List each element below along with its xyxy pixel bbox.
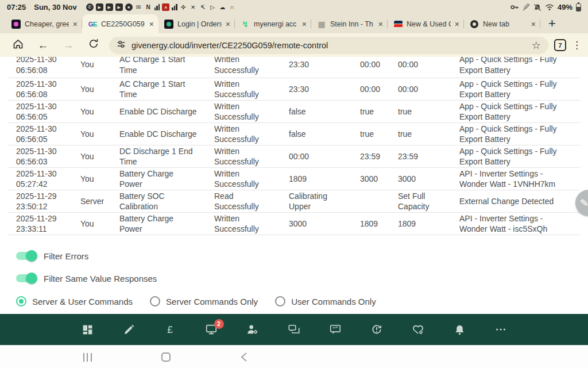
home-icon[interactable] — [8, 38, 28, 53]
edit-icon[interactable] — [122, 323, 136, 336]
cell-previous-value: 23:59 — [360, 151, 398, 162]
chat-icon[interactable] — [288, 323, 301, 336]
bookmark-star-icon[interactable]: ☆ — [532, 39, 541, 52]
cell-new-value: 00:00 — [398, 84, 459, 95]
battery-percent: 49% — [558, 3, 572, 12]
radio-user-commands-only[interactable]: User Commands Only — [275, 296, 376, 306]
devices-icon[interactable]: 2 — [205, 323, 218, 336]
back-button[interactable] — [237, 346, 252, 368]
feedback-icon[interactable]: “” — [329, 323, 342, 336]
pencil-off-icon — [523, 3, 530, 11]
filter-same-value-toggle[interactable] — [16, 274, 36, 282]
radio-icon[interactable] — [150, 296, 160, 306]
reload-icon[interactable] — [84, 38, 103, 52]
cell-timestamp: 2025-11-2923:33:11 — [16, 213, 80, 235]
cell-source: App - Quick Settings - Fully Export Batt… — [459, 57, 580, 75]
back-icon[interactable]: ← — [33, 39, 53, 52]
cell-status: Written Successfully — [214, 57, 289, 75]
radio-server-commands-only[interactable]: Server Commands Only — [150, 296, 258, 306]
cell-previous-value: 00:00 — [360, 84, 398, 95]
recents-button[interactable] — [77, 346, 98, 368]
notifications-icon[interactable] — [453, 323, 466, 336]
more-icon[interactable] — [494, 323, 508, 336]
sync-alert-icon[interactable] — [370, 323, 384, 336]
table-row: 2025-11-3006:56:08YouAC Charge 1 Start T… — [8, 57, 580, 78]
cell-source: External Change Detected — [459, 196, 580, 207]
tab-myenergi[interactable]: ↯ myenergi acc × — [235, 14, 311, 33]
table-row: 2025-11-3005:27:42YouBattery Charge Powe… — [8, 168, 580, 190]
cell-user: You — [80, 84, 119, 95]
tab-new-used-cars[interactable]: New & Used C × — [388, 14, 464, 33]
table-row: 2025-11-3006:56:03YouDC Discharge 1 End … — [8, 145, 580, 168]
cell-timestamp: 2025-11-3006:56:05 — [16, 124, 80, 145]
gmail-icon: ✉ — [135, 3, 142, 11]
status-date: Sun, 30 Nov — [34, 3, 76, 12]
android-nav-bar — [0, 345, 588, 368]
tab-cheaper-greener[interactable]: Cheaper, gree × — [6, 14, 82, 33]
cell-new-value: 23:59 — [398, 151, 459, 162]
cell-value: 00:00 — [289, 151, 360, 162]
home-button[interactable] — [157, 346, 175, 368]
new-tab-button[interactable]: + — [548, 16, 556, 32]
tab-login-orders[interactable]: Login | Orders × — [158, 14, 235, 33]
close-icon[interactable]: × — [226, 20, 230, 28]
building-favicon: ▦ — [317, 20, 326, 29]
cell-timestamp: 2025-11-3006:56:03 — [16, 146, 80, 167]
health-gear-icon[interactable] — [412, 323, 425, 336]
netflix-icon: N — [145, 3, 152, 11]
browser-menu-icon[interactable]: ⋮ — [572, 39, 580, 51]
cell-setting: Enable DC Discharge — [119, 106, 214, 117]
youtube-icon: ▶ — [106, 3, 113, 11]
table-row: 2025-11-2923:50:12ServerBattery SOC Cali… — [8, 190, 580, 213]
cell-value: Calibrating Upper — [289, 191, 360, 212]
flag-favicon — [393, 20, 403, 29]
cell-new-value: 1809 — [398, 218, 459, 229]
cell-previous-value: true — [360, 129, 398, 140]
tab-new-tab[interactable]: New tab × — [464, 14, 540, 33]
whatsapp-icon: ✆ — [86, 3, 94, 11]
cell-user: You — [80, 174, 119, 185]
radio-selected-icon[interactable] — [16, 296, 26, 306]
browser-toolbar: ← → givenergy.cloud/inverter/CE2250G059/… — [0, 33, 588, 57]
cell-setting: Enable DC Discharge — [119, 129, 214, 140]
radio-server-user-commands[interactable]: Server & User Commands — [16, 296, 133, 306]
youtube-icon: ▶ — [96, 3, 103, 11]
tab-stein-inn[interactable]: ▦ Stein Inn - Th × — [311, 14, 388, 33]
red-app-icon: A — [162, 3, 169, 11]
clock: 07:25 — [7, 3, 26, 12]
close-icon[interactable]: × — [73, 20, 78, 28]
signal-icon — [154, 4, 160, 10]
close-icon[interactable]: × — [378, 20, 383, 28]
cell-user: You — [80, 106, 119, 117]
cell-source: API - Inverter Settings - Wonder Watt - … — [459, 213, 580, 235]
dashboard-icon[interactable] — [81, 323, 94, 336]
settings-log-table: 2025-11-3006:56:08YouAC Charge 1 Start T… — [8, 57, 580, 235]
account-settings-icon[interactable] — [246, 323, 260, 336]
close-icon[interactable]: × — [455, 20, 459, 28]
cell-source: App - Quick Settings - Fully Export Batt… — [459, 101, 580, 122]
svg-text:“”: “” — [332, 325, 338, 331]
tab-switcher-button[interactable]: 7 — [554, 39, 566, 51]
cell-new-value: true — [398, 129, 459, 140]
close-icon[interactable]: × — [531, 20, 536, 28]
filter-errors-toggle[interactable] — [16, 252, 36, 260]
cell-setting: Battery Charge Power — [119, 213, 214, 235]
share-icon: ↸ — [199, 3, 207, 11]
account-icon: ● — [125, 3, 133, 11]
signal-icon — [172, 4, 177, 10]
key-icon — [510, 3, 519, 11]
sprout-favicon — [164, 20, 173, 29]
close-icon[interactable]: × — [302, 20, 307, 28]
cell-source: App - Quick Settings - Fully Export Batt… — [459, 79, 580, 100]
site-settings-icon[interactable] — [117, 40, 126, 51]
tariff-pound-icon[interactable]: £ — [164, 323, 177, 336]
close-icon[interactable]: × — [149, 20, 154, 28]
play-store-icon: ▷ — [209, 3, 216, 11]
cell-source: App - Quick Settings - Fully Export Batt… — [459, 146, 580, 167]
url-bar[interactable]: givenergy.cloud/inverter/CE2250G059/remo… — [109, 37, 548, 54]
tab-givenergy-active[interactable]: GE CE2250G059 × — [82, 14, 158, 33]
url-text[interactable]: givenergy.cloud/inverter/CE2250G059/remo… — [131, 41, 526, 50]
cell-setting: AC Charge 1 Start Time — [119, 57, 214, 75]
radio-icon[interactable] — [275, 296, 285, 306]
cell-setting: Battery Charge Power — [119, 168, 214, 190]
